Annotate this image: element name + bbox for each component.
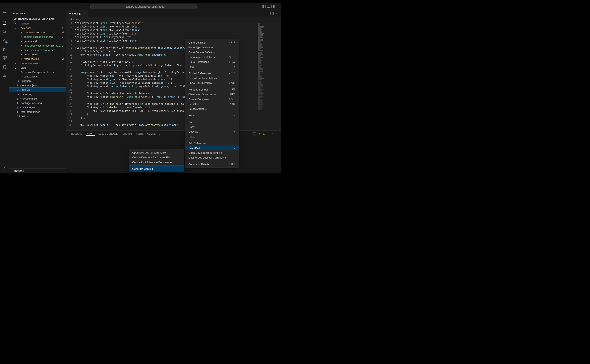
panel-tab-problems[interactable]: PROBLEMS <box>70 133 82 135</box>
menu-item-copy[interactable]: Copy <box>185 124 239 129</box>
panel-tab-debug-console[interactable]: DEBUG CONSOLE <box>98 133 118 135</box>
menu-item-cut[interactable]: Cut <box>185 120 239 124</box>
menu-item-open-dev-doc-for-current-file[interactable]: Open Dev-doc for current file <box>129 150 184 155</box>
breadcrumb-file[interactable]: index.js <box>73 18 81 21</box>
menu-item-generate-context[interactable]: Generate Context <box>129 166 184 171</box>
menu-item-command-palette---[interactable]: Command Palette...⇧⌘P <box>185 162 239 167</box>
panel-tab-terminal[interactable]: TERMINAL <box>121 133 132 135</box>
menu-item-copy-as[interactable]: Copy As› <box>185 129 239 134</box>
menu-item-add-reference[interactable]: Add Reference <box>185 141 239 145</box>
explorer-icon[interactable] <box>2 20 7 25</box>
tree-item-mycustom-json[interactable]: { }mycustom.json <box>9 96 66 101</box>
panel-tab-output[interactable]: OUTPUT <box>86 132 95 136</box>
menu-item-go-to-source-definition[interactable]: Go to Source Definition <box>185 50 239 55</box>
editor-tabs: JS index.js ✕ ⋯ <box>66 10 281 17</box>
close-icon[interactable]: ✕ <box>83 12 85 15</box>
tree-item-package-json[interactable]: { }package.json <box>9 105 66 110</box>
tree-item-context-package-json-md[interactable]: ◆context-package.json.mdU <box>9 34 66 39</box>
nav-back-icon[interactable]: ← <box>81 5 83 8</box>
tree-item-package-lock-json[interactable]: { }package-lock.json <box>9 101 66 105</box>
tree-item-removebackground-test-js[interactable]: JSremoveBackground.test.js <box>9 70 66 74</box>
tree-item-populate-md[interactable]: ◆populate.md <box>9 52 66 57</box>
breadcrumb-ellipsis[interactable]: ... <box>84 18 86 21</box>
tree-item-sprite-test-js[interactable]: JSsprite.test.js <box>9 74 66 79</box>
github-icon[interactable] <box>2 65 7 69</box>
menu-item-share[interactable]: Share› <box>185 113 239 118</box>
file-icon: { } <box>17 102 20 104</box>
menu-item-go-to-references[interactable]: Go to References⇧F12 <box>185 59 239 64</box>
panel-tab-comments[interactable]: COMMENTS <box>147 133 160 135</box>
workspace-title[interactable]: ⌄ SPRITEAI [CODESPACES: SHINY LAMP] <box>9 17 66 21</box>
tree-item-node-modules[interactable]: ›node_modules <box>9 61 66 65</box>
accounts-icon[interactable] <box>2 165 7 170</box>
tree-item-dev-docs-json[interactable]: { }dev-docs.json <box>9 83 66 87</box>
menu-label: Command Palette... <box>188 163 212 166</box>
devdocs-icon[interactable] <box>2 73 7 78</box>
panel-maximize-icon[interactable]: ^ <box>272 133 273 135</box>
menu-item-find-all-references[interactable]: Find All References⇧⌥F12 <box>185 71 239 76</box>
menu-item-open-dev-doc-for-current-file[interactable]: Open Dev-doc for current file <box>185 150 239 155</box>
menu-label: Copy <box>188 125 195 128</box>
menu-item-find-all-implementations[interactable]: Find All Implementations <box>185 76 239 80</box>
menu-item-change-all-occurrences[interactable]: Change All Occurrences⌘F2 <box>185 92 239 97</box>
panel-dropdown[interactable]: ⌄ <box>252 132 256 136</box>
menu-item-outline-dev-docs-for-current-file[interactable]: Outline Dev-docs for Current File <box>185 155 239 160</box>
file-label: context-package.json.md <box>24 35 61 38</box>
tree-item-misc-index-js-overview-md[interactable]: ◆misc-index-js-overview.mdU <box>9 48 66 52</box>
panel-lock-icon[interactable]: 🔒 <box>262 133 265 135</box>
context-menu-main[interactable]: Go to Definition⌘F12Go to Type Definitio… <box>185 39 239 168</box>
tree-item--github[interactable]: ›.github <box>9 21 66 26</box>
menu-item-go-to-type-definition[interactable]: Go to Type Definition <box>185 45 239 50</box>
menu-label: Find All Implementations <box>188 77 217 80</box>
panel-close-icon[interactable]: ✕ <box>276 133 277 135</box>
run-debug-icon[interactable] <box>2 47 7 52</box>
panel-tab-ports[interactable]: PORTS <box>136 133 144 135</box>
toggle-panel-icon[interactable] <box>267 5 270 8</box>
tree-item-index-js[interactable]: JSindex.js <box>9 87 66 92</box>
menu-item-dev-docs[interactable]: Dev-Docs› <box>185 145 239 150</box>
tree-item-tests[interactable]: ⌄tests <box>9 65 66 70</box>
tree-item--gitignore[interactable]: ◆.gitignore <box>9 79 66 83</box>
menu-item-paste[interactable]: Paste <box>185 134 239 139</box>
menu-item-refactor---[interactable]: Refactor...^⇧R <box>185 102 239 106</box>
tree-item-reference-md[interactable]: ◆reference.mdM <box>9 57 66 61</box>
panel-clear-icon[interactable]: ⋯ <box>267 133 270 135</box>
menu-item-show-call-hierarchy[interactable]: Show Call Hierarchy⇧⌥H <box>185 80 239 85</box>
tree-item-general-md[interactable]: ◆general.md <box>9 39 66 43</box>
command-center[interactable]: spriteAI [Codespaces: shiny lamp] <box>90 4 197 9</box>
file-tree[interactable]: ›.github⌄dev-docs◆context-index.js.mdM◆c… <box>9 21 66 168</box>
search-activity-icon[interactable] <box>2 29 7 34</box>
breadcrumbs[interactable]: JS index.js › ... <box>66 17 281 21</box>
tree-item-misc-cool-ways-to-use-this-sdk-md[interactable]: ◆misc-cool-ways-to-use-this-sdk.mdU <box>9 43 66 48</box>
minimap[interactable]: ████████████████████ █████████ ████████ … <box>257 21 281 130</box>
menu-item-outline-for-all-items-to-documented[interactable]: Outline for All items to Documented <box>129 160 184 164</box>
menu-item-outline-dev-docs-for-current-file[interactable]: Outline Dev-docs for Current File <box>129 155 184 160</box>
split-editor-icon[interactable] <box>270 12 273 15</box>
sidebar-menu-icon[interactable]: ⋯ <box>61 12 63 15</box>
menu-item-source-action---[interactable]: Source Action... <box>185 106 239 111</box>
activity-bar: 5 <box>0 10 9 173</box>
tree-item-test-prompt-json[interactable]: { }test_prompt.json <box>9 110 66 114</box>
tree-item-test-js[interactable]: JStest.js <box>9 114 66 118</box>
menu-item-peek[interactable]: Peek› <box>185 64 239 69</box>
customize-layout-icon[interactable] <box>276 5 279 8</box>
menu-item-go-to-definition[interactable]: Go to Definition⌘F12 <box>185 40 239 45</box>
more-actions-icon[interactable]: ⋯ <box>276 12 279 15</box>
menu-item-rename-symbol[interactable]: Rename SymbolF2 <box>185 87 239 92</box>
tree-item-context-index-js-md[interactable]: ◆context-index.js.mdM <box>9 30 66 34</box>
menu-item-go-to-implementations[interactable]: Go to Implementations⌘F12 <box>185 55 239 59</box>
tab-index-js[interactable]: JS index.js ✕ <box>66 10 88 17</box>
context-menu-devdocs-sub[interactable]: Open Dev-doc for current fileOutline Dev… <box>129 149 184 172</box>
nav-forward-icon[interactable]: → <box>85 5 87 8</box>
menu-icon[interactable] <box>3 13 6 15</box>
outline-section[interactable]: › OUTLINE <box>9 168 66 173</box>
extensions-icon[interactable] <box>2 56 7 61</box>
toggle-secondary-sidebar-icon[interactable] <box>271 5 274 8</box>
panel-filter-icon[interactable]: ≡ <box>259 133 260 135</box>
tree-item-dev-docs[interactable]: ⌄dev-docs <box>9 26 66 30</box>
toggle-primary-sidebar-icon[interactable] <box>262 5 266 8</box>
source-control-icon[interactable]: 5 <box>2 38 7 43</box>
file-label: index.js <box>21 88 64 91</box>
tree-item-mask-png[interactable]: ▦mask.png <box>9 92 66 96</box>
menu-item-format-document[interactable]: Format Document⇧⌥F <box>185 97 239 102</box>
